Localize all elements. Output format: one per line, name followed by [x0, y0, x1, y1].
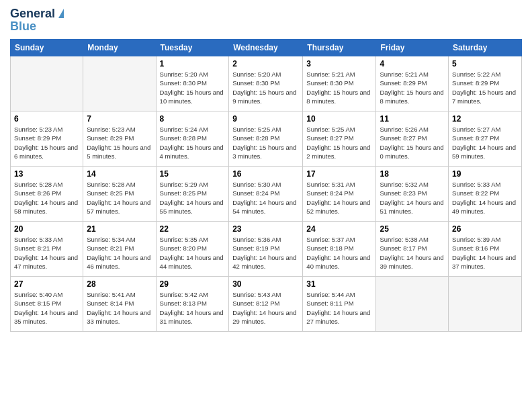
logo-triangle-icon — [58, 9, 64, 18]
day-number: 3 — [306, 59, 372, 68]
calendar-week-row: 13Sunrise: 5:28 AMSunset: 8:26 PMDayligh… — [11, 167, 522, 222]
day-number: 30 — [232, 279, 299, 289]
day-number: 19 — [452, 169, 518, 179]
day-info: Sunrise: 5:28 AMSunset: 8:26 PMDaylight:… — [14, 180, 79, 216]
calendar-cell: 17Sunrise: 5:31 AMSunset: 8:24 PMDayligh… — [303, 167, 376, 222]
day-info: Sunrise: 5:32 AMSunset: 8:23 PMDaylight:… — [380, 180, 445, 216]
calendar-week-row: 20Sunrise: 5:33 AMSunset: 8:21 PMDayligh… — [11, 222, 522, 277]
logo-general: General — [10, 7, 55, 21]
day-info: Sunrise: 5:22 AMSunset: 8:29 PMDaylight:… — [452, 70, 518, 105]
logo-text: General Blue — [10, 7, 64, 34]
calendar-cell: 19Sunrise: 5:33 AMSunset: 8:22 PMDayligh… — [449, 167, 522, 222]
day-number: 10 — [306, 114, 372, 124]
day-number: 13 — [14, 169, 79, 179]
day-number: 17 — [306, 169, 372, 179]
weekday-header-sunday: Sunday — [11, 40, 83, 56]
day-info: Sunrise: 5:41 AMSunset: 8:14 PMDaylight:… — [87, 290, 152, 326]
calendar-cell: 3Sunrise: 5:21 AMSunset: 8:30 PMDaylight… — [303, 56, 376, 111]
day-number: 27 — [14, 279, 79, 289]
calendar-cell: 20Sunrise: 5:33 AMSunset: 8:21 PMDayligh… — [11, 222, 83, 277]
day-info: Sunrise: 5:23 AMSunset: 8:29 PMDaylight:… — [14, 125, 79, 161]
day-number: 22 — [160, 224, 226, 234]
day-number: 14 — [87, 169, 152, 179]
day-number: 28 — [87, 279, 152, 289]
day-info: Sunrise: 5:31 AMSunset: 8:24 PMDaylight:… — [306, 180, 372, 216]
day-info: Sunrise: 5:39 AMSunset: 8:16 PMDaylight:… — [452, 235, 518, 271]
day-number: 7 — [87, 114, 152, 124]
calendar-cell: 5Sunrise: 5:22 AMSunset: 8:29 PMDaylight… — [449, 56, 522, 111]
calendar-cell: 1Sunrise: 5:20 AMSunset: 8:30 PMDaylight… — [156, 56, 229, 111]
calendar-cell — [11, 56, 83, 111]
day-info: Sunrise: 5:34 AMSunset: 8:21 PMDaylight:… — [87, 235, 152, 271]
day-number: 6 — [14, 114, 79, 124]
logo-blue: Blue — [10, 19, 64, 34]
day-number: 31 — [306, 279, 372, 289]
calendar-cell: 23Sunrise: 5:36 AMSunset: 8:19 PMDayligh… — [229, 222, 303, 277]
day-number: 15 — [160, 169, 226, 179]
day-info: Sunrise: 5:42 AMSunset: 8:13 PMDaylight:… — [160, 290, 226, 326]
day-info: Sunrise: 5:33 AMSunset: 8:22 PMDaylight:… — [452, 180, 518, 216]
calendar-cell: 6Sunrise: 5:23 AMSunset: 8:29 PMDaylight… — [11, 111, 83, 167]
day-number: 1 — [160, 59, 226, 68]
day-number: 18 — [380, 169, 445, 179]
day-info: Sunrise: 5:20 AMSunset: 8:30 PMDaylight:… — [232, 70, 299, 105]
day-number: 5 — [452, 59, 518, 68]
day-info: Sunrise: 5:44 AMSunset: 8:11 PMDaylight:… — [306, 290, 372, 326]
day-info: Sunrise: 5:33 AMSunset: 8:21 PMDaylight:… — [14, 235, 79, 271]
day-number: 25 — [380, 224, 445, 234]
calendar-cell — [449, 277, 522, 332]
calendar-week-row: 6Sunrise: 5:23 AMSunset: 8:29 PMDaylight… — [11, 111, 522, 167]
day-info: Sunrise: 5:24 AMSunset: 8:28 PMDaylight:… — [160, 125, 226, 161]
calendar-cell: 28Sunrise: 5:41 AMSunset: 8:14 PMDayligh… — [83, 277, 156, 332]
day-info: Sunrise: 5:25 AMSunset: 8:28 PMDaylight:… — [232, 125, 299, 161]
calendar-week-row: 1Sunrise: 5:20 AMSunset: 8:30 PMDaylight… — [11, 56, 522, 111]
weekday-header-saturday: Saturday — [449, 40, 522, 56]
day-number: 12 — [452, 114, 518, 124]
day-info: Sunrise: 5:29 AMSunset: 8:25 PMDaylight:… — [160, 180, 226, 216]
calendar-cell: 8Sunrise: 5:24 AMSunset: 8:28 PMDaylight… — [156, 111, 229, 167]
day-info: Sunrise: 5:43 AMSunset: 8:12 PMDaylight:… — [232, 290, 299, 326]
day-number: 20 — [14, 224, 79, 234]
day-number: 23 — [232, 224, 299, 234]
day-info: Sunrise: 5:37 AMSunset: 8:18 PMDaylight:… — [306, 235, 372, 271]
calendar-cell: 14Sunrise: 5:28 AMSunset: 8:25 PMDayligh… — [83, 167, 156, 222]
calendar-cell: 10Sunrise: 5:25 AMSunset: 8:27 PMDayligh… — [303, 111, 376, 167]
weekday-header-friday: Friday — [376, 40, 449, 56]
weekday-header-wednesday: Wednesday — [229, 40, 303, 56]
day-info: Sunrise: 5:35 AMSunset: 8:20 PMDaylight:… — [160, 235, 226, 271]
day-number: 11 — [380, 114, 445, 124]
calendar-cell: 26Sunrise: 5:39 AMSunset: 8:16 PMDayligh… — [449, 222, 522, 277]
calendar-cell: 9Sunrise: 5:25 AMSunset: 8:28 PMDaylight… — [229, 111, 303, 167]
calendar-cell: 16Sunrise: 5:30 AMSunset: 8:24 PMDayligh… — [229, 167, 303, 222]
day-info: Sunrise: 5:20 AMSunset: 8:30 PMDaylight:… — [160, 70, 226, 105]
calendar-cell: 12Sunrise: 5:27 AMSunset: 8:27 PMDayligh… — [449, 111, 522, 167]
day-info: Sunrise: 5:26 AMSunset: 8:27 PMDaylight:… — [380, 125, 445, 161]
calendar-cell: 2Sunrise: 5:20 AMSunset: 8:30 PMDaylight… — [229, 56, 303, 111]
day-info: Sunrise: 5:30 AMSunset: 8:24 PMDaylight:… — [232, 180, 299, 216]
calendar-cell — [83, 56, 156, 111]
day-info: Sunrise: 5:28 AMSunset: 8:25 PMDaylight:… — [87, 180, 152, 216]
day-info: Sunrise: 5:23 AMSunset: 8:29 PMDaylight:… — [87, 125, 152, 161]
calendar-cell: 22Sunrise: 5:35 AMSunset: 8:20 PMDayligh… — [156, 222, 229, 277]
day-info: Sunrise: 5:36 AMSunset: 8:19 PMDaylight:… — [232, 235, 299, 271]
day-info: Sunrise: 5:38 AMSunset: 8:17 PMDaylight:… — [380, 235, 445, 271]
calendar-cell: 30Sunrise: 5:43 AMSunset: 8:12 PMDayligh… — [229, 277, 303, 332]
day-number: 4 — [380, 59, 445, 68]
calendar-cell: 18Sunrise: 5:32 AMSunset: 8:23 PMDayligh… — [376, 167, 449, 222]
day-info: Sunrise: 5:21 AMSunset: 8:30 PMDaylight:… — [306, 70, 372, 105]
calendar-cell: 29Sunrise: 5:42 AMSunset: 8:13 PMDayligh… — [156, 277, 229, 332]
calendar: SundayMondayTuesdayWednesdayThursdayFrid… — [10, 39, 522, 332]
day-info: Sunrise: 5:27 AMSunset: 8:27 PMDaylight:… — [452, 125, 518, 161]
day-number: 8 — [160, 114, 226, 124]
calendar-cell: 21Sunrise: 5:34 AMSunset: 8:21 PMDayligh… — [83, 222, 156, 277]
day-number: 21 — [87, 224, 152, 234]
day-info: Sunrise: 5:40 AMSunset: 8:15 PMDaylight:… — [14, 290, 79, 326]
day-number: 16 — [232, 169, 299, 179]
calendar-cell: 15Sunrise: 5:29 AMSunset: 8:25 PMDayligh… — [156, 167, 229, 222]
calendar-cell: 24Sunrise: 5:37 AMSunset: 8:18 PMDayligh… — [303, 222, 376, 277]
calendar-cell: 7Sunrise: 5:23 AMSunset: 8:29 PMDaylight… — [83, 111, 156, 167]
calendar-header-row: SundayMondayTuesdayWednesdayThursdayFrid… — [11, 40, 522, 56]
page: General Blue SundayMondayTuesdayWednesda… — [0, 0, 532, 411]
weekday-header-thursday: Thursday — [303, 40, 376, 56]
logo: General Blue — [10, 7, 64, 34]
